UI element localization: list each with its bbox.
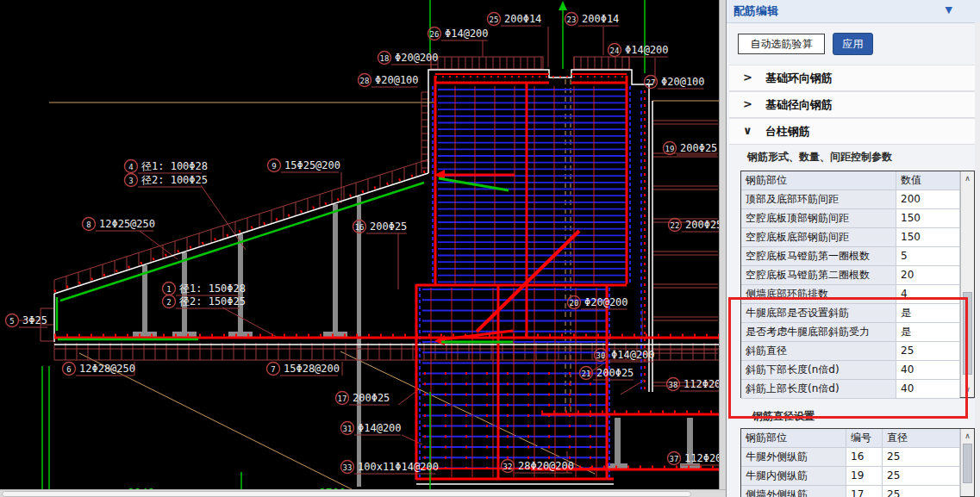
param-name-cell: 空腔底板马镫筋第二圈根数 — [741, 266, 896, 285]
column-header: 数值 — [896, 171, 960, 190]
rebar-diameter-cell[interactable]: 25 — [883, 448, 960, 467]
rebar-number-cell[interactable]: 19 — [846, 467, 883, 486]
callout-text: 12Φ28@250 — [79, 363, 135, 375]
param-table-scrollbar[interactable]: ∧ ∨ — [960, 171, 974, 397]
section-foundation-radial-rebar[interactable]: > 基础径向钢筋 — [729, 91, 978, 118]
callout-number: 32 — [503, 463, 513, 471]
rebar-edit-panel: 配筋编辑 ▼ 自动选筋验算 应用 > 基础环向钢筋 > 基础径向钢筋 ∨ 台柱钢… — [726, 0, 980, 497]
callout-text: 径2: 100Φ25 — [141, 174, 208, 186]
table-row: 空腔底板顶部钢筋间距150 — [741, 209, 974, 228]
callout-number: 37 — [670, 455, 679, 463]
param-value-cell[interactable]: 4 — [896, 285, 960, 304]
auto-select-check-button[interactable]: 自动选筋验算 — [738, 34, 825, 54]
diameter-table-scrollbar[interactable]: ∧ — [960, 429, 974, 496]
scrollbar-thumb[interactable] — [963, 292, 972, 375]
callout-text: 200Φ25 — [596, 367, 634, 379]
table-row: 空腔底板底部钢筋间距150 — [741, 228, 974, 247]
horizontal-scrollbar-thumb[interactable] — [2, 491, 691, 497]
rebar-edit-app: 25200Φ1423200Φ1426Φ14@20018Φ20@20024Φ14@… — [0, 0, 980, 497]
rebar-diameter-cell[interactable]: 25 — [883, 467, 960, 486]
cad-viewport[interactable]: 25200Φ1423200Φ1426Φ14@20018Φ20@20024Φ14@… — [0, 0, 719, 489]
scroll-down-icon[interactable]: ∨ — [961, 383, 974, 396]
callout-number: 6 — [66, 365, 71, 374]
table-row: 牛腿外侧纵筋1625 — [741, 448, 974, 467]
chevron-right-icon: > — [743, 71, 752, 84]
callout-text: 径1: 100Φ28 — [141, 160, 208, 172]
param-name-cell: 斜筋上部长度(n倍d) — [741, 380, 896, 399]
scrollbar-thumb[interactable] — [963, 444, 972, 483]
table-row: 空腔底板马镫筋第二圈根数20 — [741, 266, 974, 285]
callout-number: 8 — [86, 221, 91, 229]
collapse-panel-icon[interactable]: ▼ — [946, 4, 952, 16]
callout-number: 5 — [9, 317, 14, 326]
callout-text: Φ20@100 — [661, 76, 705, 88]
rebar-diameter-cell[interactable]: 25 — [883, 486, 960, 497]
callout-text: 28Φ20@200 — [518, 460, 574, 472]
callout-text: Φ14@200 — [611, 349, 655, 361]
callout-number: 20 — [570, 299, 579, 308]
param-value-cell[interactable]: 40 — [896, 380, 960, 399]
diameter-table-body: 牛腿外侧纵筋1625牛腿内侧纵筋1925侧墙外侧纵筋1725 — [741, 448, 974, 497]
panel-scroll-strip[interactable] — [975, 22, 980, 497]
rebar-part-cell: 牛腿外侧纵筋 — [741, 448, 846, 467]
param-value-cell[interactable]: 200 — [896, 190, 960, 209]
rebar-number-cell[interactable]: 16 — [846, 448, 883, 467]
callout-number: 7 — [271, 365, 275, 374]
callout-text: 200Φ25 — [685, 219, 719, 231]
callout-number: 30 — [596, 351, 606, 360]
param-name-cell: 是否考虑牛腿底部斜筋受力 — [741, 323, 896, 342]
param-value-cell[interactable]: 是 — [896, 304, 960, 323]
callout-text: Φ20@200 — [395, 52, 439, 64]
scroll-up-icon[interactable]: ∧ — [961, 172, 974, 185]
callout-text: 112Φ20@2 — [684, 378, 719, 390]
callout-number: 9 — [272, 162, 276, 171]
apply-button[interactable]: 应用 — [833, 33, 873, 55]
table-row: 是否考虑牛腿底部斜筋受力是 — [741, 323, 974, 342]
section-pedestal-rebar[interactable]: ∨ 台柱钢筋 — [729, 118, 978, 145]
param-value-cell[interactable]: 150 — [896, 228, 960, 247]
section-foundation-hoop-rebar[interactable]: > 基础环向钢筋 — [729, 65, 978, 91]
param-value-cell[interactable]: 150 — [896, 209, 960, 228]
callout-text: Φ14@200 — [358, 422, 402, 434]
callout-text: 12Φ25@250 — [99, 218, 155, 230]
table-row: 斜筋直径25 — [741, 342, 974, 361]
callout-number: 31 — [343, 425, 353, 433]
section-label: 基础环向钢筋 — [765, 71, 833, 86]
callout-number: 25 — [490, 16, 499, 24]
callout-number: 19 — [665, 145, 675, 153]
rebar-number-cell[interactable]: 17 — [846, 486, 883, 497]
callout-text: 200Φ25 — [353, 392, 390, 404]
param-value-cell[interactable]: 40 — [896, 361, 960, 380]
callout-text: 200Φ14 — [582, 13, 619, 25]
callout-text: 径1: 150Φ28 — [179, 283, 246, 295]
param-table-body: 顶部及底部环筋间距200空腔底板顶部钢筋间距150空腔底板底部钢筋间距150空腔… — [741, 190, 974, 399]
table-row: 顶部及底部环筋间距200 — [741, 190, 974, 209]
table-row: 侧墙底部环筋排数4 — [741, 285, 974, 304]
table-row: 侧墙外侧纵筋1725 — [741, 486, 974, 497]
param-name-cell: 斜筋直径 — [741, 342, 896, 361]
callout-number: 22 — [671, 221, 680, 230]
diameter-table-header: 钢筋部位 编号 直径 — [741, 429, 974, 448]
param-value-cell[interactable]: 20 — [896, 266, 960, 285]
table-row: 斜筋上部长度(n倍d)40 — [741, 380, 974, 399]
param-group-title: 钢筋形式、数量、间距控制参数 — [747, 150, 892, 165]
param-name-cell: 顶部及底部环筋间距 — [741, 190, 896, 209]
param-name-cell: 空腔底板底部钢筋间距 — [741, 228, 896, 247]
column-header: 钢筋部位 — [741, 171, 896, 190]
callout-number: 16 — [355, 223, 365, 232]
scroll-up-icon[interactable]: ∧ — [961, 430, 974, 443]
viewport-horizontal-scrollbar[interactable] — [0, 489, 726, 497]
diameter-group-title: 钢筋直径设置 — [752, 409, 815, 424]
param-value-cell[interactable]: 5 — [896, 247, 960, 266]
callout-text: 200Φ14 — [504, 13, 541, 25]
callout-number: 17 — [338, 394, 347, 403]
callout-text: Φ14@200 — [445, 28, 489, 40]
callout-number: 26 — [430, 30, 440, 39]
callout-text: Φ14@200 — [625, 44, 669, 56]
param-value-cell[interactable]: 是 — [896, 323, 960, 342]
callout-number: 38 — [669, 381, 678, 389]
param-name-cell: 侧墙底部环筋排数 — [741, 285, 896, 304]
callout-text: 3Φ25 — [22, 314, 47, 326]
param-name-cell: 空腔底板马镫筋第一圈根数 — [741, 247, 896, 266]
param-value-cell[interactable]: 25 — [896, 342, 960, 361]
